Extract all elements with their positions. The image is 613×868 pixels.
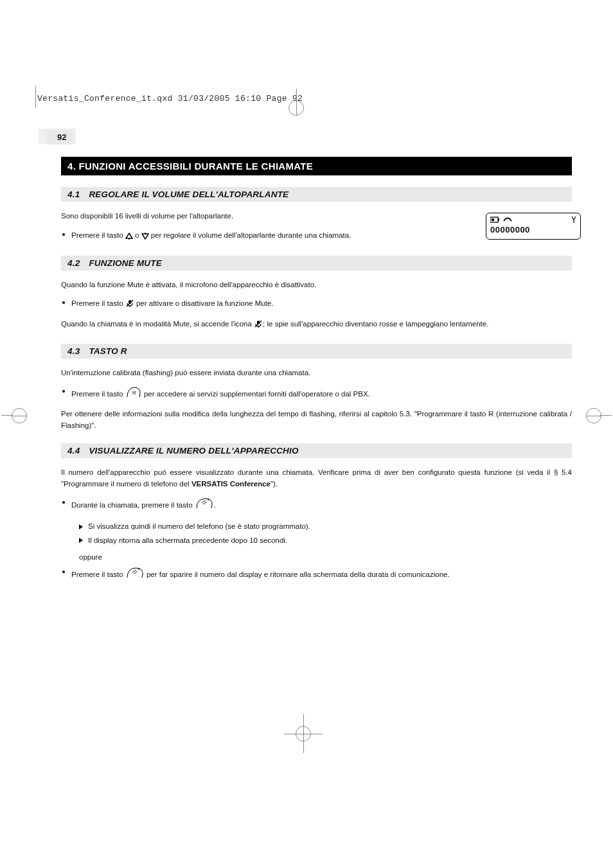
document-page: Versatis_Conference_it.qxd 31/03/2005 16… [0,0,613,868]
paragraph: Il numero dell'apparecchio può essere vi… [61,467,572,490]
bullet-item: Premere il tasto per far sparire il nume… [61,566,572,583]
config-key-icon [125,566,145,583]
heading-4-2: 4.2FUNZIONE MUTE [61,256,572,270]
heading-4-1: 4.1REGOLARE IL VOLUME DELL'ALTOPARLANTE [61,187,572,202]
section-title: VISUALIZZARE IL NUMERO DELL'APPARECCHIO [89,446,298,456]
section-title: FUNZIONE MUTE [89,258,162,268]
heading-4-3: 4.3TASTO R [61,344,572,359]
section-number: 4.3 [67,346,80,356]
section-number: 4.1 [67,190,80,199]
content-area: 4. FUNZIONI ACCESSIBILI DURANTE LE CHIAM… [61,157,572,590]
mute-icon [254,319,263,332]
paragraph: Sono disponibili 16 livelli di volume pe… [61,211,408,222]
registration-mark-top [289,100,304,116]
mute-icon [125,299,134,312]
section-title: TASTO R [89,346,127,356]
section-number: 4.2 [67,258,80,268]
registration-mark-bottom [296,726,311,741]
bullet-item: Durante la chiamata, premere il tasto . [61,497,572,514]
paragraph: Per ottenere delle informazioni sulla mo… [61,409,572,432]
paragraph: Quando la chiamata è in modalità Mute, s… [61,319,572,332]
crop-mark [35,86,36,108]
section-number: 4.4 [67,446,80,456]
triangle-down-icon [141,231,149,244]
paragraph: Quando la funzione Mute è attivata, il m… [61,279,572,291]
section-title: REGOLARE IL VOLUME DELL'ALTOPARLANTE [89,190,289,199]
paragraph: Un'interruzione calibrata (flashing) può… [61,368,572,379]
antenna-icon [571,213,576,226]
svg-text:R: R [132,390,136,396]
sub-item: Il display ritorna alla schermata preced… [79,534,572,548]
print-slug: Versatis_Conference_it.qxd 31/03/2005 16… [37,94,303,103]
registration-mark-left [1,407,27,423]
registration-mark-right [586,407,612,423]
page-number: 92 [47,130,73,145]
triangle-up-icon [125,231,133,244]
or-label: oppure [79,553,572,561]
heading-4-4: 4.4VISUALIZZARE IL NUMERO DELL'APPARECCH… [61,443,572,458]
bullet-item: Premere il tasto R per accedere ai servi… [61,385,572,403]
config-key-icon [195,497,214,514]
sub-item: Si visualizza quindi il numero del telef… [79,520,572,534]
bullet-item: Premere il tasto o per regolare il volum… [61,229,408,244]
bullet-item: Premere il tasto per attivare o disattiv… [61,297,572,312]
r-key-icon: R [125,385,142,403]
heading-1: 4. FUNZIONI ACCESSIBILI DURANTE LE CHIAM… [61,157,572,175]
